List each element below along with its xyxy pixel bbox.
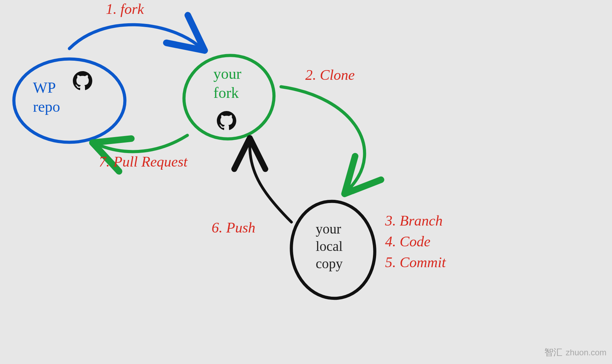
- diagram-svg: [0, 0, 612, 364]
- node-your-fork-label: your fork: [213, 64, 241, 102]
- github-icon: [217, 111, 236, 130]
- github-icon: [73, 71, 92, 91]
- step-4-code: 4. Code: [385, 232, 431, 251]
- arrow-push: [250, 146, 291, 222]
- step-2-clone: 2. Clone: [305, 66, 355, 84]
- node-local-copy-label: your local copy: [316, 220, 343, 272]
- watermark: 智汇 zhuon.com: [544, 346, 606, 358]
- git-workflow-diagram: WP repo your fork your local copy 1. for…: [0, 0, 612, 364]
- node-wp-repo: [14, 59, 125, 142]
- arrow-clone: [281, 87, 365, 187]
- node-wp-repo-label: WP repo: [33, 78, 60, 116]
- step-6-push: 6. Push: [212, 219, 255, 237]
- arrow-fork: [69, 25, 198, 49]
- watermark-zh: 智汇: [544, 347, 562, 357]
- step-1-fork: 1. fork: [106, 0, 144, 18]
- step-3-branch: 3. Branch: [385, 212, 443, 230]
- watermark-domain: zhuon.com: [566, 348, 606, 357]
- arrow-pull-request: [101, 135, 187, 152]
- step-5-commit: 5. Commit: [385, 253, 446, 272]
- step-7-pull-request: 7. Pull Request: [99, 153, 187, 171]
